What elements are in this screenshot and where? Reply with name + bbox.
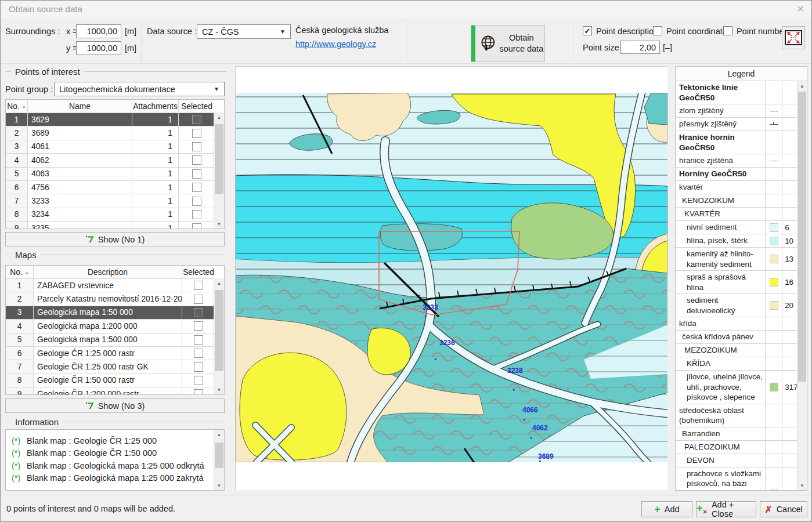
point-description-label: Point description xyxy=(596,27,658,36)
table-row[interactable]: 540631 xyxy=(6,168,224,181)
row-checkbox[interactable] xyxy=(192,129,201,138)
col-attachments[interactable]: Attachments xyxy=(132,100,179,113)
table-row[interactable]: 7Geologie ČR 1:25 000 rastr GK xyxy=(6,360,224,374)
legend-row: KENOZOIKUM xyxy=(676,194,799,208)
data-source-value: CZ - ČGS xyxy=(202,27,239,37)
scroll-down-icon: ▼ xyxy=(214,481,224,490)
row-checkbox[interactable] xyxy=(194,281,203,290)
table-row[interactable]: 236891 xyxy=(6,126,224,140)
points-scrollbar[interactable]: ▲ ▼ xyxy=(214,113,224,229)
x-input[interactable]: 1000,00 xyxy=(76,24,121,38)
legend-scrollbar[interactable]: ▲ ▼ xyxy=(797,81,807,490)
scrollbar-thumb[interactable] xyxy=(215,290,223,371)
point-number-checkbox[interactable] xyxy=(723,26,732,35)
table-row[interactable]: 2Parcely Katastru nemovitostí 2016-12-20 xyxy=(6,292,224,306)
row-checkbox[interactable] xyxy=(192,115,201,124)
row-checkbox[interactable] xyxy=(194,295,203,304)
scrollbar-thumb[interactable] xyxy=(215,124,223,194)
table-row[interactable]: 340611 xyxy=(6,140,224,154)
point-coordinates-checkbox[interactable] xyxy=(653,26,662,35)
y-input[interactable]: 1000,00 xyxy=(76,41,121,55)
point-size-input[interactable]: 2,00 xyxy=(620,41,660,54)
col-description[interactable]: Description xyxy=(34,266,182,278)
table-row[interactable]: 5Geologická mapa 1:500 000 xyxy=(6,334,224,347)
row-checkbox[interactable] xyxy=(192,210,201,219)
cancel-button[interactable]: ✗ Cancel xyxy=(760,501,807,517)
row-checkbox[interactable] xyxy=(194,321,203,331)
plus-icon: + xyxy=(654,505,661,513)
status-divider xyxy=(1,495,811,495)
table-row[interactable]: 647561 xyxy=(6,181,224,194)
row-checkbox[interactable] xyxy=(192,197,201,206)
point-group-select[interactable]: Litogeochemická dokumentace ▼ xyxy=(54,82,225,96)
maps-table: No. ▲ Description Selected 1ZABAGED vrst… xyxy=(5,265,225,395)
title-bar[interactable]: Obtain source data ✕ xyxy=(1,1,811,18)
table-row[interactable]: 932351 xyxy=(6,222,224,229)
col-name[interactable]: Name xyxy=(28,100,132,113)
legend-row: KŘÍDA xyxy=(676,357,799,371)
provider-link[interactable]: http://www.geology.cz xyxy=(295,39,376,49)
legend-row: kamenitý až hlinito-kamenitý sediment13 xyxy=(676,248,799,271)
globe-download-icon xyxy=(478,33,499,54)
add-close-button[interactable]: +✕ Add + Close xyxy=(696,501,756,517)
row-checkbox[interactable] xyxy=(194,349,203,358)
row-checkbox[interactable] xyxy=(192,223,201,229)
table-row[interactable]: 3Geologická mapa 1:50 000 xyxy=(6,306,224,320)
scroll-down-icon: ▼ xyxy=(214,385,224,394)
map-point-label: 4066 xyxy=(522,406,538,414)
legend-row: Horniny GeoČR50 xyxy=(676,168,799,181)
col-no[interactable]: No. ▲ xyxy=(6,266,34,278)
row-checkbox[interactable] xyxy=(194,362,203,372)
scrollbar-thumb[interactable] xyxy=(215,443,223,468)
dialog-title: Obtain source data xyxy=(9,4,82,14)
add-button[interactable]: + Add xyxy=(641,501,692,517)
row-checkbox[interactable] xyxy=(192,142,201,151)
table-row[interactable]: 136291 xyxy=(6,113,224,126)
row-checkbox[interactable] xyxy=(194,335,203,345)
row-checkbox[interactable] xyxy=(192,183,201,192)
table-row[interactable]: 732331 xyxy=(6,194,224,208)
fault-line-symbol xyxy=(770,111,778,111)
information-list: (*)Blank map : Geologie ČR 1:25 000 (*)B… xyxy=(5,429,225,491)
zoom-extents-button[interactable] xyxy=(782,26,805,49)
thrust-line-symbol xyxy=(770,124,778,125)
legend-row: Barrandien xyxy=(676,427,799,441)
col-selected[interactable]: Selected xyxy=(179,100,215,113)
legend-panel: Legend Tektonické linie GeoČR50 zlom zji… xyxy=(675,66,807,491)
table-row[interactable]: 440621 xyxy=(6,154,224,167)
table-row[interactable]: 4Geologická mapa 1:200 000 xyxy=(6,320,224,333)
map-canvas[interactable]: 3233 3236 3238 4066 4062 3689 xyxy=(235,66,667,490)
points-table: No. ▲ Name Attachments Selected 136291 2… xyxy=(5,99,225,229)
legend-row: MEZOZOIKUM xyxy=(676,344,799,357)
table-row[interactable]: 832341 xyxy=(6,208,224,222)
point-description-checkbox[interactable]: ✓ xyxy=(583,26,592,35)
row-checkbox[interactable] xyxy=(192,169,201,179)
chevron-down-icon: ▼ xyxy=(214,86,219,92)
show-points-button[interactable]: Show (No 1) xyxy=(5,232,225,246)
data-source-select[interactable]: CZ - ČGS ▼ xyxy=(197,24,291,39)
show-maps-button[interactable]: Show (No 3) xyxy=(5,398,225,413)
row-checkbox[interactable] xyxy=(194,389,203,395)
table-row[interactable]: 1ZABAGED vrstevnice xyxy=(6,279,224,292)
map-point-label: 3238 xyxy=(507,367,523,375)
map-point-label: 3689 xyxy=(538,452,554,461)
row-checkbox[interactable] xyxy=(194,308,203,317)
surroundings-label: Surroundings : xyxy=(5,27,60,36)
col-no[interactable]: No. ▲ xyxy=(6,100,28,113)
table-row[interactable]: 6Geologie ČR 1:25 000 rastr xyxy=(6,347,224,360)
table-row[interactable]: 8Geologie ČR 1:50 000 rastr xyxy=(6,374,224,387)
row-checkbox[interactable] xyxy=(192,155,201,165)
row-checkbox[interactable] xyxy=(194,376,203,385)
obtain-source-data-button[interactable]: Obtain source data xyxy=(471,25,545,62)
close-icon[interactable]: ✕ xyxy=(797,3,804,14)
information-scrollbar[interactable]: ▲ ▼ xyxy=(214,430,224,490)
legend-row: DEVON xyxy=(676,454,799,467)
scrollbar-thumb[interactable] xyxy=(798,92,806,382)
table-row[interactable]: 9Geologie ČR 1:200 000 rastr xyxy=(6,387,224,395)
status-message: 0 points of interest and 0 maps will be … xyxy=(6,504,175,513)
maps-scrollbar[interactable]: ▲ ▼ xyxy=(214,278,224,394)
show-points-label: Show (No 1) xyxy=(98,235,145,244)
information-group-caption: Information xyxy=(5,417,226,427)
col-selected[interactable]: Selected xyxy=(182,266,215,278)
points-group-caption: Points of interest xyxy=(5,67,226,77)
